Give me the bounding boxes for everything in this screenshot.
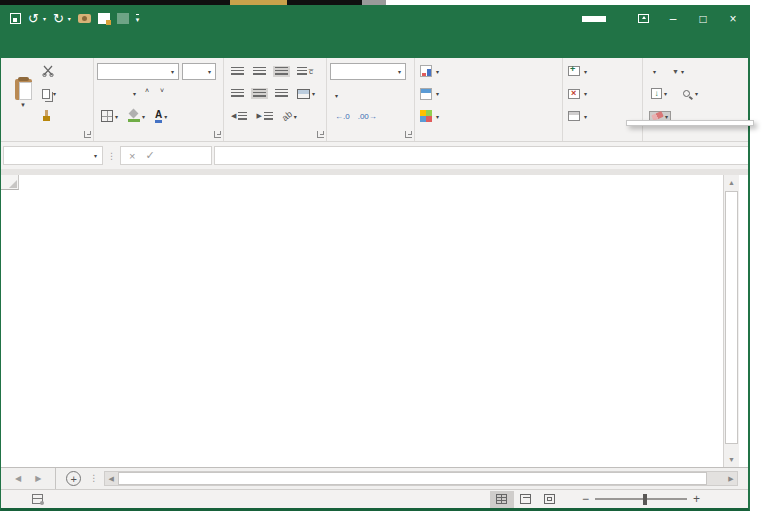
align-center-button[interactable] (251, 88, 268, 99)
underline-caret-icon[interactable]: ▾ (133, 90, 136, 97)
align-right-button[interactable] (273, 88, 290, 99)
cancel-entry-icon[interactable]: × (129, 150, 135, 162)
font-dialog-launcher-icon[interactable] (214, 131, 221, 138)
macro-record-icon[interactable] (32, 494, 43, 504)
camera-icon[interactable] (78, 14, 91, 23)
conditional-formatting-button[interactable]: ▾ (418, 62, 559, 80)
increase-indent-button[interactable]: ▶ (254, 111, 274, 122)
quick-access-toolbar: ↺▾ ↻▾ ▾ (1, 12, 139, 25)
close-button[interactable]: × (718, 5, 748, 32)
horizontal-scroll-thumb[interactable] (118, 472, 707, 485)
save-icon[interactable] (10, 13, 21, 24)
borders-button[interactable]: ▾ (99, 109, 120, 123)
number-format-select[interactable]: ▾ (330, 63, 406, 80)
workbook-icon[interactable] (98, 13, 110, 24)
select-all-corner[interactable] (1, 175, 19, 190)
font-name-select[interactable]: ▾ (97, 63, 179, 80)
clipboard-group: ▼ ▾ (1, 58, 94, 141)
vertical-scroll-thumb[interactable] (725, 191, 738, 444)
confirm-entry-icon[interactable]: ✓ (145, 149, 154, 162)
font-size-caret-icon: ▾ (208, 68, 211, 75)
excel-window: ↺▾ ↻▾ ▾ – □ × (0, 5, 750, 511)
delete-cells-button[interactable]: ▾ (566, 85, 639, 103)
alignment-dialog-launcher-icon[interactable] (317, 131, 324, 138)
find-select-button[interactable]: ▾ (681, 89, 700, 98)
shrink-font-button[interactable]: ˅ (158, 87, 166, 99)
cell-styles-icon (420, 110, 432, 122)
copy-button[interactable]: ▾ (42, 85, 56, 103)
maximize-button[interactable]: □ (688, 5, 718, 32)
merge-center-button[interactable]: ▾ (295, 88, 317, 100)
number-dialog-launcher-icon[interactable] (405, 131, 412, 138)
format-as-table-button[interactable]: ▾ (418, 85, 559, 103)
align-bottom-button[interactable] (273, 66, 290, 77)
sheet-nav-left-icon[interactable]: ◀ (15, 474, 21, 483)
styles-group: ▾ ▾ ▾ (415, 58, 563, 141)
align-left-button[interactable] (229, 88, 246, 99)
undo-icon[interactable]: ↺ (28, 12, 39, 25)
name-box[interactable]: ▾ (3, 146, 103, 165)
customize-qat-icon[interactable]: ▾ (136, 14, 140, 24)
currency-button[interactable]: ▾ (335, 88, 338, 100)
grow-font-button[interactable]: ˄ (143, 87, 151, 100)
conditional-formatting-icon (420, 65, 432, 77)
zoom-in-button[interactable]: + (687, 492, 706, 506)
sheet-nav-right-icon[interactable]: ▶ (35, 474, 41, 483)
redo-icon[interactable]: ↻ (53, 12, 64, 25)
sign-in-button[interactable] (582, 16, 606, 22)
vertical-scrollbar[interactable]: ▲ ▼ (723, 175, 739, 467)
clipboard-group-label (4, 126, 90, 141)
page-break-view-button[interactable] (538, 491, 562, 508)
orientation-button[interactable]: ab▾ (280, 110, 299, 122)
paste-caret-icon[interactable]: ▼ (20, 102, 26, 108)
cut-button[interactable] (42, 62, 56, 80)
zoom-out-button[interactable]: − (576, 492, 595, 506)
new-sheet-button[interactable]: + (66, 471, 81, 486)
page-layout-view-button[interactable] (514, 491, 538, 508)
ribbon-display-options-button[interactable] (628, 5, 658, 32)
fill-button[interactable]: ↓▾ (649, 87, 669, 100)
autosum-button[interactable]: ▾ (649, 67, 658, 76)
undo-caret-icon[interactable]: ▾ (43, 15, 46, 22)
title-bar: ↺▾ ↻▾ ▾ – □ × (1, 5, 748, 32)
fill-color-button[interactable]: ▾ (126, 109, 147, 123)
clipboard-dialog-launcher-icon[interactable] (84, 131, 91, 138)
grid-top-gap (1, 169, 748, 175)
formula-input[interactable] (214, 146, 748, 165)
align-middle-button[interactable] (251, 66, 268, 77)
clear-dropdown-menu (626, 120, 754, 126)
minimize-button[interactable]: – (658, 5, 688, 32)
alignment-group-label (227, 126, 323, 141)
wrap-text-button[interactable]: c̅ (295, 66, 315, 77)
font-size-select[interactable]: ▾ (182, 63, 216, 80)
font-color-button[interactable]: A▾ (153, 109, 169, 124)
zoom-control: − + (576, 492, 706, 506)
decrease-indent-button[interactable]: ◀ (229, 111, 249, 122)
redo-caret-icon[interactable]: ▾ (68, 15, 71, 22)
sheet-tab-bar: ◀ ▶ + ⋮ ◀ ▶ (1, 467, 748, 489)
scroll-left-icon[interactable]: ◀ (105, 472, 117, 485)
insert-cells-button[interactable]: ▾ (566, 62, 639, 80)
scroll-up-icon[interactable]: ▲ (724, 175, 739, 190)
format-painter-icon (42, 110, 51, 122)
sort-filter-button[interactable]: ▼▾ (668, 67, 686, 76)
align-top-button[interactable] (229, 66, 246, 77)
decrease-decimal-icon[interactable]: .00→ (358, 112, 377, 121)
scroll-down-icon[interactable]: ▼ (724, 452, 739, 467)
zoom-slider-track[interactable] (595, 498, 687, 500)
sheet-nav-arrows: ◀ ▶ (1, 468, 55, 489)
increase-decimal-icon[interactable]: ←.0 (335, 112, 350, 121)
delete-cells-icon (568, 89, 580, 99)
zoom-slider-thumb[interactable] (643, 494, 647, 505)
spreadsheet-grid[interactable]: ▲ ▼ (1, 169, 748, 467)
ribbon: ▼ ▾ ▾ (1, 58, 748, 142)
scroll-right-icon[interactable]: ▶ (725, 472, 737, 485)
format-painter-button[interactable] (42, 107, 56, 125)
cell-styles-button[interactable]: ▾ (418, 107, 559, 125)
normal-view-button[interactable] (490, 491, 514, 508)
borders-icon (101, 110, 113, 122)
normal-view-icon (496, 494, 507, 504)
paste-button[interactable]: ▼ (4, 61, 42, 126)
horizontal-scrollbar[interactable]: ◀ ▶ (104, 471, 738, 486)
name-box-caret-icon[interactable]: ▾ (94, 152, 97, 159)
